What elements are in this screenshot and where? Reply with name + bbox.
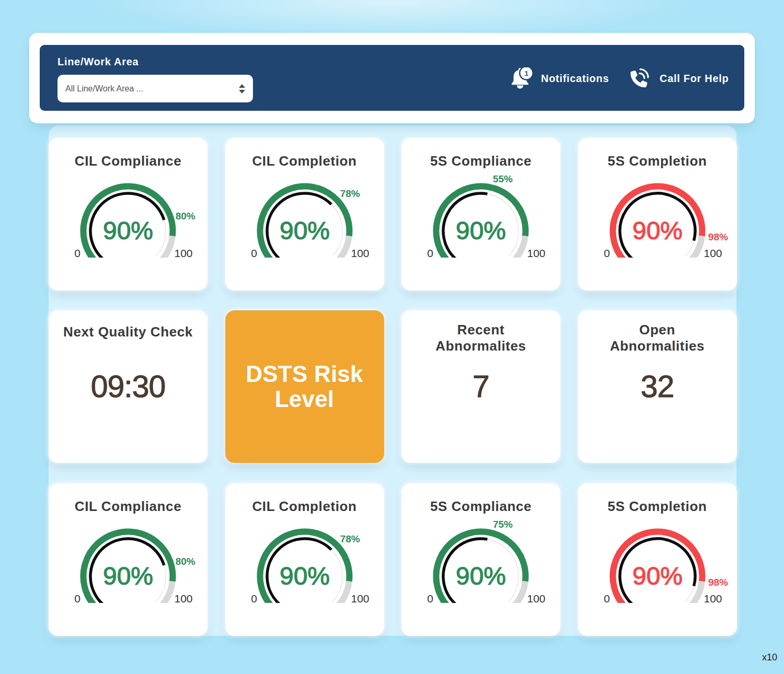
svg-text:100: 100 — [527, 247, 545, 258]
svg-text:98%: 98% — [708, 577, 728, 588]
svg-text:90%: 90% — [279, 217, 329, 245]
svg-text:1: 1 — [524, 69, 528, 77]
svg-text:75%: 75% — [493, 519, 513, 530]
svg-text:80%: 80% — [176, 556, 195, 567]
svg-text:100: 100 — [351, 247, 369, 258]
svg-text:78%: 78% — [340, 533, 360, 544]
svg-text:90%: 90% — [456, 217, 506, 245]
svg-text:90%: 90% — [456, 562, 506, 590]
svg-text:98%: 98% — [708, 231, 728, 242]
svg-text:0: 0 — [251, 247, 257, 258]
svg-text:100: 100 — [704, 592, 722, 603]
svg-text:78%: 78% — [340, 188, 360, 199]
svg-text:90%: 90% — [103, 562, 153, 590]
svg-text:100: 100 — [174, 592, 192, 603]
svg-text:55%: 55% — [493, 173, 513, 184]
svg-text:0: 0 — [604, 592, 610, 603]
svg-text:80%: 80% — [176, 211, 195, 222]
svg-text:100: 100 — [351, 592, 369, 603]
svg-text:0: 0 — [427, 592, 433, 603]
svg-text:0: 0 — [604, 247, 610, 258]
svg-text:90%: 90% — [632, 217, 682, 245]
svg-text:90%: 90% — [632, 562, 682, 590]
svg-text:0: 0 — [74, 592, 80, 603]
svg-text:100: 100 — [527, 592, 545, 603]
svg-text:90%: 90% — [103, 217, 153, 245]
svg-text:0: 0 — [74, 247, 80, 258]
svg-text:100: 100 — [174, 247, 192, 258]
svg-text:90%: 90% — [279, 562, 329, 590]
svg-text:0: 0 — [427, 247, 433, 258]
svg-text:0: 0 — [251, 592, 257, 603]
svg-text:100: 100 — [704, 247, 722, 258]
